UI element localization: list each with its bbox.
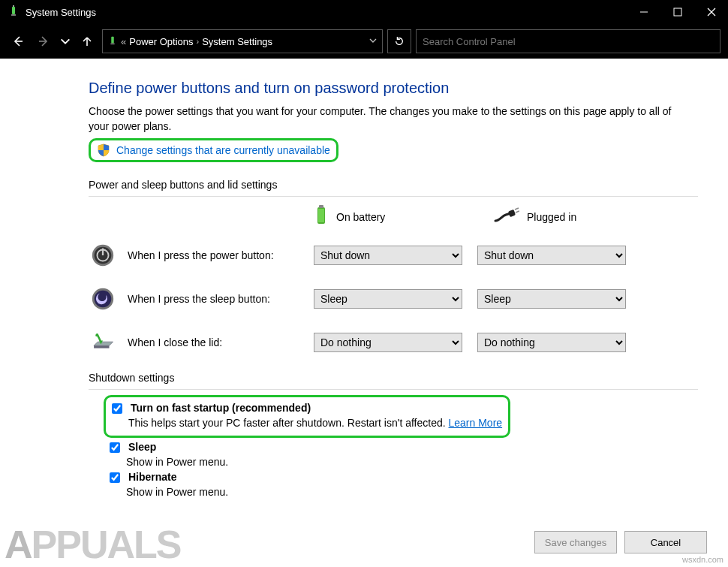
fast-startup-desc-text: This helps start your PC faster after sh… [128, 417, 449, 429]
titlebar: System Settings [0, 0, 728, 24]
shutdown-sleep-desc: Show in Power menu. [126, 455, 698, 470]
credit-text: wsxdn.com [682, 555, 723, 564]
svg-rect-12 [319, 205, 323, 208]
cancel-button[interactable]: Cancel [624, 531, 707, 553]
shutdown-sleep-checkbox[interactable] [110, 442, 120, 453]
breadcrumb-root-icon [107, 35, 118, 48]
lid-icon [89, 328, 117, 357]
row-sleep-button: When I press the sleep button: Sleep Sle… [89, 285, 698, 313]
page-heading: Define power buttons and turn on passwor… [89, 80, 698, 97]
sleep-plugged-select[interactable]: Sleep [477, 289, 626, 309]
close-button[interactable] [694, 0, 728, 24]
svg-line-15 [515, 208, 519, 210]
shutdown-sleep-title: Sleep [128, 441, 156, 453]
footer-buttons: Save changes Cancel [534, 531, 707, 553]
nav-history-button[interactable] [59, 31, 72, 52]
address-dropdown-icon[interactable] [369, 36, 378, 47]
power-button-icon [89, 241, 117, 270]
svg-rect-4 [674, 8, 681, 16]
fast-startup-row: Turn on fast startup (recommended) [109, 402, 502, 416]
svg-rect-1 [11, 14, 16, 16]
breadcrumb-chevron-icon: › [197, 37, 200, 46]
nav-back-button[interactable] [8, 31, 29, 52]
breadcrumb-item-1[interactable]: Power Options [129, 36, 193, 47]
shutdown-hibernate-row: Hibernate Show in Power menu. [107, 471, 698, 500]
shutdown-hibernate-title: Hibernate [128, 471, 177, 483]
row-power-label: When I press the power button: [128, 249, 274, 261]
row-power-button: When I press the power button: Shut down… [89, 241, 698, 270]
row-lid-label: When I close the lid: [128, 336, 222, 348]
nav-forward-button[interactable] [33, 31, 54, 52]
fast-startup-checkbox[interactable] [112, 403, 122, 414]
svg-rect-0 [12, 7, 15, 14]
svg-line-16 [516, 211, 519, 213]
breadcrumb-prefix: « [121, 36, 126, 47]
shutdown-hibernate-desc: Show in Power menu. [126, 485, 698, 500]
column-headers: On battery Plugged in [314, 204, 698, 229]
app-icon [8, 5, 20, 20]
svg-rect-2 [13, 5, 14, 7]
plug-icon [494, 207, 519, 226]
svg-rect-13 [318, 209, 324, 222]
sleep-battery-select[interactable]: Sleep [314, 289, 462, 309]
shutdown-sleep-row: Sleep Show in Power menu. [107, 441, 698, 470]
address-bar[interactable]: « Power Options › System Settings [102, 29, 383, 53]
lid-battery-select[interactable]: Do nothing [314, 333, 462, 352]
nav-up-button[interactable] [77, 31, 98, 52]
fast-startup-desc: This helps start your PC faster after sh… [128, 416, 502, 431]
power-plugged-select[interactable]: Shut down [477, 246, 626, 265]
shutdown-divider [89, 389, 698, 390]
column-header-plugged: Plugged in [494, 204, 644, 229]
section-buttons-title: Power and sleep buttons and lid settings [89, 179, 698, 191]
power-battery-select[interactable]: Shut down [314, 246, 462, 265]
titlebar-left: System Settings [8, 5, 96, 20]
svg-rect-14 [508, 210, 516, 217]
sleep-button-icon [89, 285, 117, 313]
column-header-plugged-label: Plugged in [527, 211, 576, 223]
shutdown-section: Shutdown settings 2 Turn on fast startup… [89, 372, 698, 500]
svg-rect-10 [110, 43, 114, 44]
svg-rect-9 [111, 36, 114, 43]
shutdown-hibernate-checkbox[interactable] [110, 472, 120, 483]
battery-icon [314, 204, 329, 229]
row-lid: When I close the lid: Do nothing Do noth… [89, 328, 698, 357]
save-changes-button[interactable]: Save changes [534, 531, 617, 553]
watermark: APPUALS [0, 522, 180, 567]
lid-plugged-select[interactable]: Do nothing [477, 333, 626, 352]
shutdown-section-title: Shutdown settings [89, 372, 698, 384]
navbar: « Power Options › System Settings [0, 24, 728, 59]
intro-text: Choose the power settings that you want … [89, 104, 689, 134]
column-header-battery: On battery [314, 204, 464, 229]
minimize-button[interactable] [627, 0, 660, 24]
search-input[interactable] [416, 29, 720, 53]
nav-refresh-button[interactable] [387, 29, 411, 53]
row-sleep-label: When I press the sleep button: [128, 293, 270, 305]
watermark-text: PPUALS [32, 523, 181, 566]
learn-more-link[interactable]: Learn More [449, 417, 503, 429]
change-settings-link[interactable]: Change settings that are currently unava… [116, 144, 330, 156]
section-divider [89, 196, 698, 197]
change-settings-highlight: Change settings that are currently unava… [89, 138, 338, 162]
breadcrumb-item-2[interactable]: System Settings [202, 36, 272, 47]
watermark-logo-icon: A [5, 522, 32, 567]
window-controls [627, 0, 728, 24]
maximize-button[interactable] [660, 0, 694, 24]
column-header-battery-label: On battery [336, 211, 385, 223]
shield-icon [97, 143, 110, 157]
window-title: System Settings [26, 7, 96, 18]
fast-startup-title: Turn on fast startup (recommended) [131, 402, 311, 414]
main-content: Define power buttons and turn on passwor… [0, 59, 728, 500]
fast-startup-highlight: Turn on fast startup (recommended) This … [104, 395, 510, 438]
